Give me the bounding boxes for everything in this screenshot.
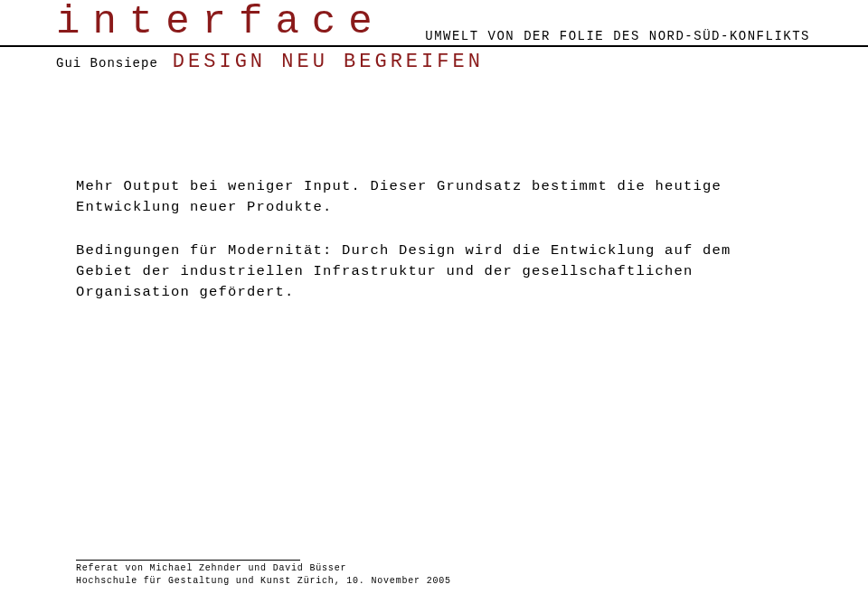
book-subtitle: DESIGN NEU BEGREIFEN [173,51,484,73]
footer-rule [76,560,300,561]
header: interface Gui Bonsiepe DESIGN NEU BEGREI… [0,0,868,73]
author-name: Gui Bonsiepe [56,56,158,71]
page: interface Gui Bonsiepe DESIGN NEU BEGREI… [0,0,868,594]
footer: Referat von Michael Zehnder und David Bü… [76,560,451,587]
paragraph-2: Bedingungen für Modernität: Durch Design… [76,240,772,304]
header-rule [0,45,868,47]
paragraph-1: Mehr Output bei weniger Input. Dieser Gr… [76,176,772,219]
footer-line-1: Referat von Michael Zehnder und David Bü… [76,562,451,575]
section-title: UMWELT VON DER FOLIE DES NORD-SÜD-KONFLI… [425,29,810,43]
body-text: Mehr Output bei weniger Input. Dieser Gr… [76,176,772,325]
footer-line-2: Hochschule für Gestaltung und Kunst Züri… [76,575,451,588]
subhead-row: Gui Bonsiepe DESIGN NEU BEGREIFEN [0,51,868,73]
